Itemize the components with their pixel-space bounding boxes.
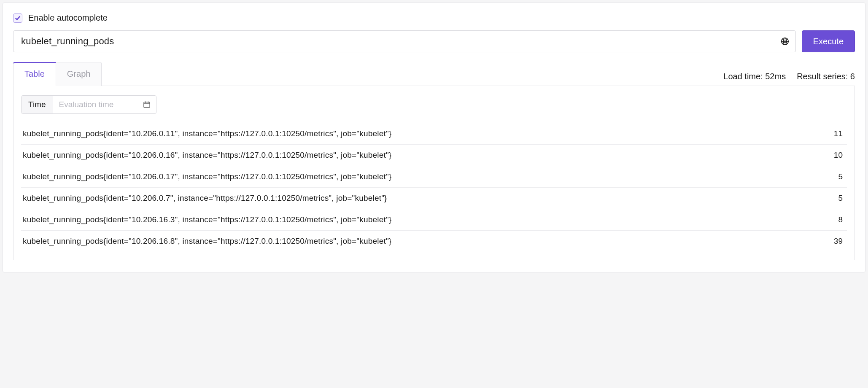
result-row: kubelet_running_pods{ident="10.206.0.11"… — [21, 123, 847, 145]
svg-rect-3 — [143, 102, 149, 108]
result-row: kubelet_running_pods{ident="10.206.16.8"… — [21, 231, 847, 252]
tabs-row: Table Graph Load time: 52ms Result serie… — [13, 62, 855, 86]
autocomplete-label: Enable autocomplete — [28, 13, 108, 23]
load-time: Load time: 52ms — [723, 72, 786, 81]
execute-button[interactable]: Execute — [802, 30, 855, 52]
query-input-wrap — [13, 30, 796, 52]
result-row: kubelet_running_pods{ident="10.206.0.7",… — [21, 188, 847, 209]
results-area: Time kubelet_running_pods{ident="10.206.… — [13, 86, 855, 260]
check-icon — [15, 15, 21, 21]
result-metric: kubelet_running_pods{ident="10.206.16.3"… — [23, 215, 391, 224]
result-metric: kubelet_running_pods{ident="10.206.0.7",… — [23, 194, 387, 203]
time-label: Time — [22, 96, 53, 113]
calendar-icon[interactable] — [143, 100, 151, 109]
result-value: 39 — [834, 237, 845, 246]
stats: Load time: 52ms Result series: 6 — [723, 72, 855, 86]
tab-table[interactable]: Table — [13, 62, 56, 86]
autocomplete-row: Enable autocomplete — [13, 13, 855, 23]
tabs: Table Graph — [13, 62, 102, 86]
result-row: kubelet_running_pods{ident="10.206.0.16"… — [21, 145, 847, 166]
result-value: 5 — [838, 194, 845, 203]
result-row: kubelet_running_pods{ident="10.206.0.17"… — [21, 166, 847, 188]
query-input[interactable] — [13, 31, 780, 52]
result-value: 11 — [834, 129, 845, 138]
result-metric: kubelet_running_pods{ident="10.206.0.16"… — [23, 151, 391, 160]
result-metric: kubelet_running_pods{ident="10.206.0.11"… — [23, 129, 391, 138]
results-list: kubelet_running_pods{ident="10.206.0.11"… — [21, 123, 847, 252]
autocomplete-checkbox[interactable] — [13, 13, 22, 23]
tab-graph[interactable]: Graph — [56, 62, 102, 86]
result-metric: kubelet_running_pods{ident="10.206.16.8"… — [23, 237, 391, 246]
result-series: Result series: 6 — [797, 72, 855, 81]
query-row: Execute — [13, 30, 855, 52]
result-row: kubelet_running_pods{ident="10.206.16.3"… — [21, 209, 847, 231]
time-picker: Time — [21, 95, 156, 114]
result-value: 8 — [838, 215, 845, 224]
result-value: 10 — [834, 151, 845, 160]
globe-icon[interactable] — [780, 37, 790, 46]
query-panel: Enable autocomplete Execute Table Graph — [3, 3, 865, 272]
result-value: 5 — [838, 172, 845, 181]
evaluation-time-input[interactable] — [53, 96, 142, 113]
result-metric: kubelet_running_pods{ident="10.206.0.17"… — [23, 172, 391, 181]
